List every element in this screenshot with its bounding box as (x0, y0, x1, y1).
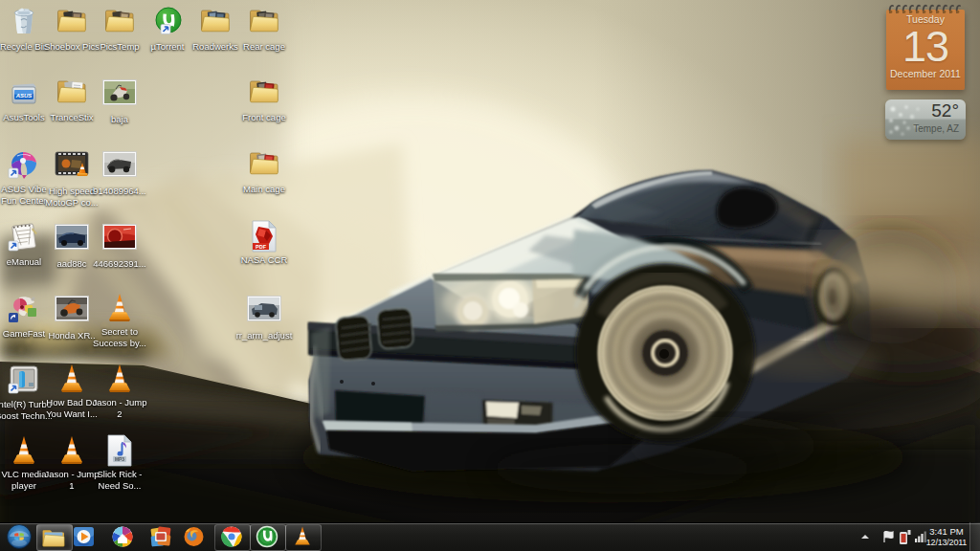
svg-text:ASUS: ASUS (15, 93, 33, 99)
svg-text:PDF: PDF (256, 244, 267, 250)
svg-text:MP3: MP3 (115, 457, 124, 462)
